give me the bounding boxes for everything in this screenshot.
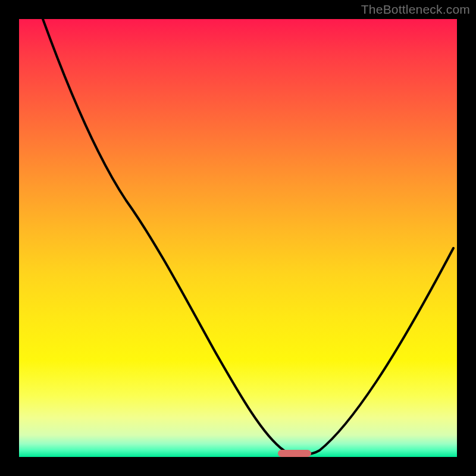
curve-path <box>43 19 453 455</box>
chart-frame: TheBottleneck.com <box>0 0 476 476</box>
watermark-text: TheBottleneck.com <box>361 2 470 17</box>
chart-plot-area <box>19 19 457 457</box>
optimal-marker <box>278 450 311 457</box>
bottleneck-curve <box>19 19 457 457</box>
